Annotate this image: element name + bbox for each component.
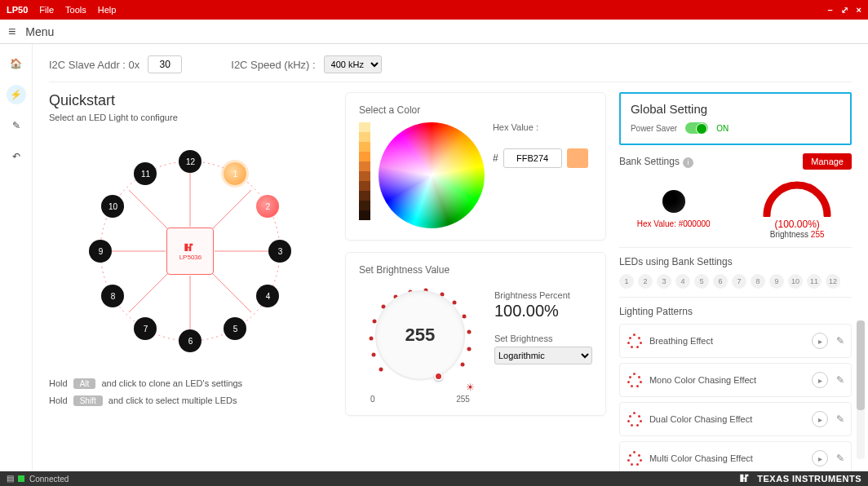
patterns-title: Lighting Patterns xyxy=(619,306,852,317)
color-swatches[interactable] xyxy=(359,122,370,220)
pattern-name: Dual Color Chasing Effect xyxy=(649,414,804,424)
play-icon[interactable]: ▸ xyxy=(812,411,828,427)
pattern-item[interactable]: Dual Color Chasing Effect ▸ ✎ xyxy=(619,402,852,436)
sidebar-undo-icon[interactable]: ↶ xyxy=(7,147,26,166)
edit-icon[interactable]: ✎ xyxy=(836,453,844,464)
sidebar-edit-icon[interactable]: ✎ xyxy=(7,116,26,135)
gauge-br-label: Brightness xyxy=(770,230,808,239)
info-icon[interactable]: i xyxy=(683,157,693,168)
bank-led-8[interactable]: 8 xyxy=(751,274,765,289)
sidebar-bolt-icon[interactable]: ⚡ xyxy=(7,85,26,104)
hints: Hold Alt and click to clone an LED's set… xyxy=(49,378,332,406)
menu-file[interactable]: File xyxy=(39,5,54,15)
brightness-gauge: (100.00%) Brightness 255 xyxy=(760,179,834,239)
i2c-speed-select[interactable]: 400 kHz xyxy=(324,55,382,73)
status-dot-icon xyxy=(18,475,24,482)
menu-bar: ≡ Menu xyxy=(0,20,868,44)
shift-key-icon: Shift xyxy=(73,395,103,406)
led-9[interactable]: 9 xyxy=(89,240,112,263)
led-1[interactable]: 1 xyxy=(224,162,246,185)
bank-led-3[interactable]: 3 xyxy=(657,274,671,289)
window-minimize-icon[interactable]: – xyxy=(827,5,832,15)
percent-value: 100.00% xyxy=(494,302,592,320)
bank-led-9[interactable]: 9 xyxy=(769,274,784,289)
hex-label: Hex Value : xyxy=(493,122,592,132)
led-8[interactable]: 8 xyxy=(101,285,124,307)
gauge-percent: (100.00%) xyxy=(760,219,834,230)
bank-title: Bank Settingsi xyxy=(619,156,693,168)
window-maximize-icon[interactable]: ⤢ xyxy=(841,5,848,15)
edit-icon[interactable]: ✎ xyxy=(836,335,844,347)
led-7[interactable]: 7 xyxy=(134,317,157,340)
bank-led-1[interactable]: 1 xyxy=(619,274,634,289)
bank-led-12[interactable]: 12 xyxy=(826,274,840,289)
app-brand: LP50 xyxy=(7,5,28,15)
led-4[interactable]: 4 xyxy=(256,285,279,307)
scroll-thumb[interactable] xyxy=(857,320,865,410)
color-wheel[interactable] xyxy=(379,122,485,228)
pattern-icon xyxy=(627,334,641,348)
hash-label: # xyxy=(493,152,498,164)
led-ring: LP5036 1 2 3 4 5 6 7 8 9 10 11 12 xyxy=(68,129,312,373)
hex-input[interactable] xyxy=(503,148,562,168)
menu-tools[interactable]: Tools xyxy=(65,5,86,15)
led-10[interactable]: 10 xyxy=(101,195,124,218)
i2c-addr-input[interactable] xyxy=(148,55,182,73)
pattern-icon xyxy=(627,412,641,426)
bank-led-2[interactable]: 2 xyxy=(638,274,653,289)
pattern-item[interactable]: Mono Color Chasing Effect ▸ ✎ xyxy=(619,363,852,397)
bank-led-10[interactable]: 10 xyxy=(788,274,803,289)
hint2-pre: Hold xyxy=(49,395,68,405)
bank-led-4[interactable]: 4 xyxy=(675,274,690,289)
menu-help[interactable]: Help xyxy=(98,5,117,15)
global-title: Global Setting xyxy=(631,102,840,116)
hint1-post: and click to clone an LED's settings xyxy=(101,378,242,388)
edit-icon[interactable]: ✎ xyxy=(836,374,844,386)
bank-hex-value: 000000 xyxy=(683,219,710,228)
bank-led-7[interactable]: 7 xyxy=(732,274,746,289)
bank-color-swatch[interactable] xyxy=(662,190,685,213)
bank-led-6[interactable]: 6 xyxy=(713,274,728,289)
play-icon[interactable]: ▸ xyxy=(812,450,828,466)
brightness-knob[interactable]: 255 xyxy=(375,290,465,380)
hint2-post: and click to select multiple LEDs xyxy=(108,395,237,405)
hint1-pre: Hold xyxy=(49,378,68,388)
i2c-addr-label: I2C Slave Addr : 0x xyxy=(49,59,140,71)
global-setting-box: Global Setting Power Saver ON xyxy=(619,92,852,145)
led-6[interactable]: 6 xyxy=(179,329,202,352)
power-saver-toggle[interactable] xyxy=(685,122,708,134)
scrollbar[interactable] xyxy=(857,320,865,459)
bank-hex-label: Hex Value: # xyxy=(637,219,684,228)
pattern-name: Mono Color Chasing Effect xyxy=(649,375,804,385)
manage-button[interactable]: Manage xyxy=(803,153,852,170)
chip-icon: LP5036 xyxy=(166,228,214,275)
window-close-icon[interactable]: × xyxy=(857,5,861,15)
led-2[interactable]: 2 xyxy=(256,195,279,218)
bank-led-5[interactable]: 5 xyxy=(694,274,709,289)
led-12[interactable]: 12 xyxy=(179,150,202,173)
leds-bank-title: LEDs using Bank Settings xyxy=(619,256,852,267)
brightness-scale-select[interactable]: Logarithmic xyxy=(494,347,592,364)
play-icon[interactable]: ▸ xyxy=(812,333,828,349)
left-sidebar: 🏠 ⚡ ✎ ↶ xyxy=(0,44,33,471)
led-11[interactable]: 11 xyxy=(134,162,157,185)
sidebar-home-icon[interactable]: 🏠 xyxy=(7,54,26,73)
bank-led-11[interactable]: 11 xyxy=(807,274,822,289)
svg-line-7 xyxy=(129,269,172,312)
svg-line-8 xyxy=(208,269,251,312)
quickstart-subtitle: Select an LED Light to configure xyxy=(49,113,332,122)
play-icon[interactable]: ▸ xyxy=(812,372,828,388)
status-bar: ▤ Connected TEXAS INSTRUMENTS xyxy=(0,471,868,486)
brightness-value: 255 xyxy=(405,325,436,346)
chip-label: LP5036 xyxy=(179,254,202,261)
led-5[interactable]: 5 xyxy=(224,317,246,340)
led-3[interactable]: 3 xyxy=(268,240,291,263)
edit-icon[interactable]: ✎ xyxy=(836,413,844,425)
color-card-title: Select a Color xyxy=(359,104,592,116)
pattern-item[interactable]: Breathing Effect ▸ ✎ xyxy=(619,324,852,358)
color-card: Select a Color Hex Value : # xyxy=(345,92,606,241)
hamburger-icon[interactable]: ≡ xyxy=(8,24,16,39)
pattern-item[interactable]: Multi Color Chasing Effect ▸ ✎ xyxy=(619,441,852,471)
pattern-name: Multi Color Chasing Effect xyxy=(649,453,804,463)
gauge-br-value: 255 xyxy=(811,230,825,239)
